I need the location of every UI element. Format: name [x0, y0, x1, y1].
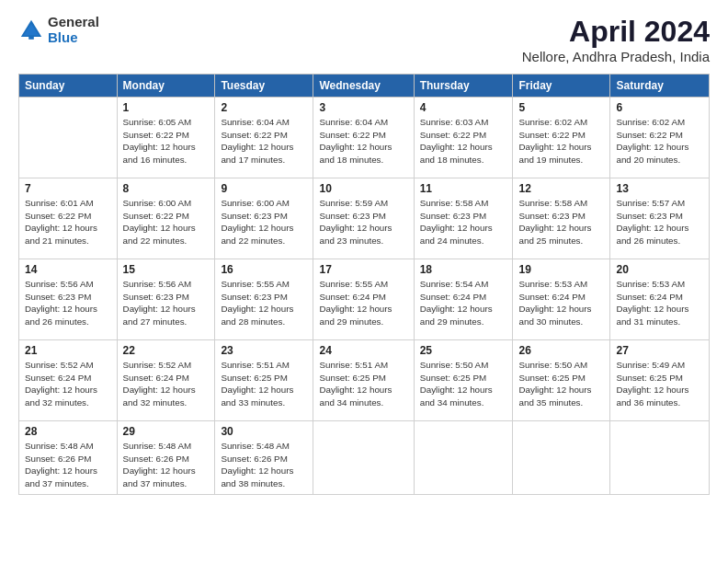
- day-number: 25: [420, 344, 507, 357]
- col-saturday: Saturday: [610, 75, 710, 98]
- table-row: 27Sunrise: 5:49 AMSunset: 6:25 PMDayligh…: [610, 340, 710, 421]
- day-info: Sunrise: 5:55 AMSunset: 6:23 PMDaylight:…: [221, 279, 293, 327]
- table-row: [313, 421, 414, 495]
- day-number: 19: [518, 263, 604, 276]
- day-number: 20: [616, 263, 703, 276]
- day-number: 11: [420, 182, 507, 195]
- day-info: Sunrise: 6:00 AMSunset: 6:22 PMDaylight:…: [123, 198, 196, 246]
- table-row: 13Sunrise: 5:57 AMSunset: 6:23 PMDayligh…: [610, 178, 710, 259]
- col-monday: Monday: [117, 75, 215, 98]
- day-number: 27: [616, 344, 703, 357]
- day-number: 30: [221, 425, 307, 438]
- col-wednesday: Wednesday: [313, 75, 414, 98]
- table-row: 20Sunrise: 5:53 AMSunset: 6:24 PMDayligh…: [610, 259, 710, 340]
- day-info: Sunrise: 5:59 AMSunset: 6:23 PMDaylight:…: [319, 198, 392, 246]
- day-info: Sunrise: 5:50 AMSunset: 6:25 PMDaylight:…: [518, 360, 591, 408]
- table-row: 19Sunrise: 5:53 AMSunset: 6:24 PMDayligh…: [513, 259, 610, 340]
- day-info: Sunrise: 5:53 AMSunset: 6:24 PMDaylight:…: [518, 279, 591, 327]
- day-number: 14: [25, 263, 111, 276]
- day-number: 7: [25, 182, 111, 195]
- table-row: 15Sunrise: 5:56 AMSunset: 6:23 PMDayligh…: [117, 259, 215, 340]
- table-row: [19, 98, 118, 178]
- logo: General Blue: [18, 15, 99, 45]
- day-info: Sunrise: 6:00 AMSunset: 6:23 PMDaylight:…: [221, 198, 293, 246]
- day-info: Sunrise: 6:03 AMSunset: 6:22 PMDaylight:…: [420, 117, 493, 165]
- logo-text: General Blue: [48, 15, 99, 45]
- table-row: 17Sunrise: 5:55 AMSunset: 6:24 PMDayligh…: [313, 259, 414, 340]
- table-row: 12Sunrise: 5:58 AMSunset: 6:23 PMDayligh…: [513, 178, 610, 259]
- table-row: 5Sunrise: 6:02 AMSunset: 6:22 PMDaylight…: [513, 98, 610, 178]
- logo-icon: [18, 17, 44, 43]
- table-row: 2Sunrise: 6:04 AMSunset: 6:22 PMDaylight…: [215, 98, 313, 178]
- table-row: 14Sunrise: 5:56 AMSunset: 6:23 PMDayligh…: [19, 259, 118, 340]
- day-number: 4: [420, 101, 507, 114]
- logo-general: General: [48, 15, 99, 30]
- day-number: 9: [221, 182, 307, 195]
- day-info: Sunrise: 6:04 AMSunset: 6:22 PMDaylight:…: [319, 117, 392, 165]
- day-number: 23: [221, 344, 307, 357]
- day-number: 26: [518, 344, 604, 357]
- day-number: 29: [123, 425, 210, 438]
- day-info: Sunrise: 5:48 AMSunset: 6:26 PMDaylight:…: [123, 441, 196, 488]
- day-number: 3: [319, 101, 407, 114]
- calendar-header: Sunday Monday Tuesday Wednesday Thursday…: [19, 75, 710, 98]
- table-row: [414, 421, 513, 495]
- table-row: 9Sunrise: 6:00 AMSunset: 6:23 PMDaylight…: [215, 178, 313, 259]
- day-number: 10: [319, 182, 407, 195]
- day-info: Sunrise: 5:51 AMSunset: 6:25 PMDaylight:…: [221, 360, 293, 408]
- day-number: 24: [319, 344, 407, 357]
- table-row: 29Sunrise: 5:48 AMSunset: 6:26 PMDayligh…: [117, 421, 215, 495]
- page-header: General Blue April 2024 Nellore, Andhra …: [18, 15, 710, 64]
- day-number: 16: [221, 263, 307, 276]
- day-number: 2: [221, 101, 307, 114]
- table-row: 21Sunrise: 5:52 AMSunset: 6:24 PMDayligh…: [19, 340, 118, 421]
- table-row: 7Sunrise: 6:01 AMSunset: 6:22 PMDaylight…: [19, 178, 118, 259]
- month-title: April 2024: [522, 15, 710, 49]
- svg-rect-2: [28, 35, 34, 39]
- table-row: [513, 421, 610, 495]
- day-info: Sunrise: 6:05 AMSunset: 6:22 PMDaylight:…: [123, 117, 196, 165]
- day-number: 21: [25, 344, 111, 357]
- table-row: 23Sunrise: 5:51 AMSunset: 6:25 PMDayligh…: [215, 340, 313, 421]
- day-number: 5: [518, 101, 604, 114]
- day-info: Sunrise: 5:58 AMSunset: 6:23 PMDaylight:…: [420, 198, 493, 246]
- day-number: 22: [123, 344, 210, 357]
- day-info: Sunrise: 5:50 AMSunset: 6:25 PMDaylight:…: [420, 360, 493, 408]
- calendar-body: 1Sunrise: 6:05 AMSunset: 6:22 PMDaylight…: [19, 98, 710, 495]
- table-row: 16Sunrise: 5:55 AMSunset: 6:23 PMDayligh…: [215, 259, 313, 340]
- day-info: Sunrise: 6:02 AMSunset: 6:22 PMDaylight:…: [616, 117, 688, 165]
- table-row: 3Sunrise: 6:04 AMSunset: 6:22 PMDaylight…: [313, 98, 414, 178]
- table-row: 1Sunrise: 6:05 AMSunset: 6:22 PMDaylight…: [117, 98, 215, 178]
- day-number: 15: [123, 263, 210, 276]
- col-friday: Friday: [513, 75, 610, 98]
- day-info: Sunrise: 5:55 AMSunset: 6:24 PMDaylight:…: [319, 279, 392, 327]
- day-info: Sunrise: 6:01 AMSunset: 6:22 PMDaylight:…: [25, 198, 97, 246]
- day-info: Sunrise: 5:48 AMSunset: 6:26 PMDaylight:…: [221, 441, 293, 488]
- day-number: 6: [616, 101, 703, 114]
- day-info: Sunrise: 5:53 AMSunset: 6:24 PMDaylight:…: [616, 279, 688, 327]
- table-row: 30Sunrise: 5:48 AMSunset: 6:26 PMDayligh…: [215, 421, 313, 495]
- day-number: 18: [420, 263, 507, 276]
- day-info: Sunrise: 6:02 AMSunset: 6:22 PMDaylight:…: [518, 117, 591, 165]
- day-number: 13: [616, 182, 703, 195]
- title-block: April 2024 Nellore, Andhra Pradesh, Indi…: [522, 15, 710, 64]
- day-info: Sunrise: 5:54 AMSunset: 6:24 PMDaylight:…: [420, 279, 493, 327]
- table-row: 24Sunrise: 5:51 AMSunset: 6:25 PMDayligh…: [313, 340, 414, 421]
- day-number: 28: [25, 425, 111, 438]
- day-info: Sunrise: 5:56 AMSunset: 6:23 PMDaylight:…: [25, 279, 97, 327]
- table-row: 28Sunrise: 5:48 AMSunset: 6:26 PMDayligh…: [19, 421, 118, 495]
- day-info: Sunrise: 5:48 AMSunset: 6:26 PMDaylight:…: [25, 441, 97, 488]
- calendar-table: Sunday Monday Tuesday Wednesday Thursday…: [18, 74, 710, 495]
- day-number: 1: [123, 101, 210, 114]
- day-info: Sunrise: 5:56 AMSunset: 6:23 PMDaylight:…: [123, 279, 196, 327]
- table-row: 26Sunrise: 5:50 AMSunset: 6:25 PMDayligh…: [513, 340, 610, 421]
- table-row: 8Sunrise: 6:00 AMSunset: 6:22 PMDaylight…: [117, 178, 215, 259]
- day-info: Sunrise: 5:49 AMSunset: 6:25 PMDaylight:…: [616, 360, 688, 408]
- day-number: 17: [319, 263, 407, 276]
- day-info: Sunrise: 5:58 AMSunset: 6:23 PMDaylight:…: [518, 198, 591, 246]
- day-info: Sunrise: 6:04 AMSunset: 6:22 PMDaylight:…: [221, 117, 293, 165]
- col-thursday: Thursday: [414, 75, 513, 98]
- day-info: Sunrise: 5:52 AMSunset: 6:24 PMDaylight:…: [123, 360, 196, 408]
- col-sunday: Sunday: [19, 75, 118, 98]
- day-info: Sunrise: 5:52 AMSunset: 6:24 PMDaylight:…: [25, 360, 97, 408]
